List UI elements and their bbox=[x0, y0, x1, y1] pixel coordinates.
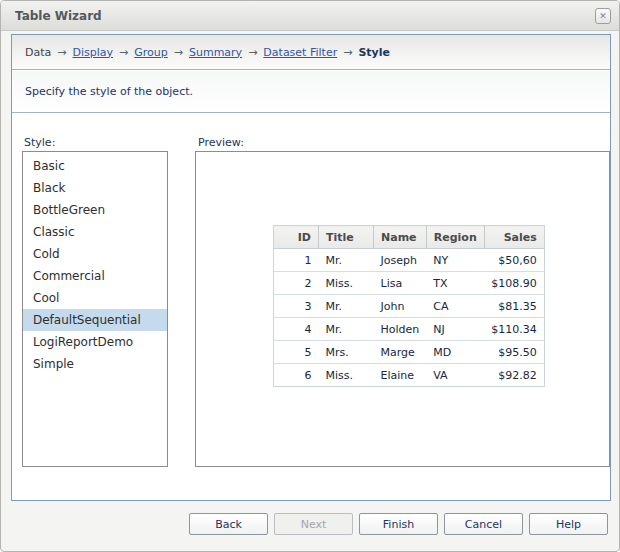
breadcrumb-step-style-current: Style bbox=[358, 46, 390, 59]
column-header-title: Title bbox=[319, 226, 374, 249]
cell-title: Mr. bbox=[319, 249, 374, 272]
style-option-simple[interactable]: Simple bbox=[23, 353, 167, 375]
cell-sales: $50,60 bbox=[484, 249, 544, 272]
window-title: Table Wizard bbox=[15, 1, 102, 31]
cell-name: Marge bbox=[374, 341, 427, 364]
cell-region: CA bbox=[426, 295, 484, 318]
preview-area: ID Title Name Region Sales 1 Mr. Joseph … bbox=[195, 151, 610, 467]
titlebar: Table Wizard ✕ bbox=[1, 1, 619, 31]
cell-sales: $108.90 bbox=[484, 272, 544, 295]
cell-name: Lisa bbox=[374, 272, 427, 295]
style-list: Basic Black BottleGreen Classic Cold Com… bbox=[22, 151, 168, 467]
table-row: 5 Mrs. Marge MD $95.50 bbox=[274, 341, 545, 364]
cell-region: VA bbox=[426, 364, 484, 387]
cell-title: Mr. bbox=[319, 318, 374, 341]
column-header-sales: Sales bbox=[484, 226, 544, 249]
arrow-separator-icon: → bbox=[119, 46, 128, 59]
table-row: 3 Mr. John CA $81.35 bbox=[274, 295, 545, 318]
column-header-id: ID bbox=[274, 226, 319, 249]
wizard-buttons: Back Next Finish Cancel Help bbox=[1, 513, 608, 535]
arrow-separator-icon: → bbox=[174, 46, 183, 59]
style-list-label: Style: bbox=[24, 136, 55, 149]
cell-id: 5 bbox=[274, 341, 319, 364]
style-option-defaultsequential-selected[interactable]: DefaultSequential bbox=[23, 309, 167, 331]
preview-table: ID Title Name Region Sales 1 Mr. Joseph … bbox=[273, 225, 545, 387]
breadcrumb-link-dataset-filter[interactable]: Dataset Filter bbox=[263, 46, 337, 59]
cell-id: 1 bbox=[274, 249, 319, 272]
style-option-cold[interactable]: Cold bbox=[23, 243, 167, 265]
cell-name: John bbox=[374, 295, 427, 318]
cell-sales: $95.50 bbox=[484, 341, 544, 364]
cell-title: Mr. bbox=[319, 295, 374, 318]
style-option-commercial[interactable]: Commercial bbox=[23, 265, 167, 287]
cell-id: 4 bbox=[274, 318, 319, 341]
next-button[interactable]: Next bbox=[274, 513, 353, 535]
style-option-black[interactable]: Black bbox=[23, 177, 167, 199]
step-description-bar: Specify the style of the object. bbox=[12, 71, 610, 113]
table-header-row: ID Title Name Region Sales bbox=[274, 226, 545, 249]
breadcrumb-link-group[interactable]: Group bbox=[134, 46, 168, 59]
cell-region: TX bbox=[426, 272, 484, 295]
breadcrumb-step-data: Data bbox=[25, 46, 51, 59]
cell-name: Joseph bbox=[374, 249, 427, 272]
cell-title: Miss. bbox=[319, 364, 374, 387]
back-button[interactable]: Back bbox=[189, 513, 268, 535]
table-row: 2 Miss. Lisa TX $108.90 bbox=[274, 272, 545, 295]
cell-title: Mrs. bbox=[319, 341, 374, 364]
table-wizard-dialog: Table Wizard ✕ Data → Display → Group → … bbox=[0, 0, 620, 552]
preview-label: Preview: bbox=[198, 136, 244, 149]
cell-title: Miss. bbox=[319, 272, 374, 295]
breadcrumb-link-summary[interactable]: Summary bbox=[189, 46, 242, 59]
cell-region: NY bbox=[426, 249, 484, 272]
close-icon[interactable]: ✕ bbox=[595, 8, 611, 24]
table-row: 1 Mr. Joseph NY $50,60 bbox=[274, 249, 545, 272]
style-option-basic[interactable]: Basic bbox=[23, 155, 167, 177]
cell-sales: $110.34 bbox=[484, 318, 544, 341]
cell-sales: $92.82 bbox=[484, 364, 544, 387]
cell-id: 3 bbox=[274, 295, 319, 318]
cell-id: 2 bbox=[274, 272, 319, 295]
table-row: 4 Mr. Holden NJ $110.34 bbox=[274, 318, 545, 341]
column-header-name: Name bbox=[374, 226, 427, 249]
cell-region: MD bbox=[426, 341, 484, 364]
wizard-content-panel: Data → Display → Group → Summary → Datas… bbox=[11, 34, 611, 501]
style-option-cool[interactable]: Cool bbox=[23, 287, 167, 309]
finish-button[interactable]: Finish bbox=[359, 513, 438, 535]
cancel-button[interactable]: Cancel bbox=[444, 513, 523, 535]
cell-region: NJ bbox=[426, 318, 484, 341]
cell-name: Elaine bbox=[374, 364, 427, 387]
breadcrumb-link-display[interactable]: Display bbox=[72, 46, 113, 59]
style-option-logireportdemo[interactable]: LogiReportDemo bbox=[23, 331, 167, 353]
table-row: 6 Miss. Elaine VA $92.82 bbox=[274, 364, 545, 387]
cell-id: 6 bbox=[274, 364, 319, 387]
help-button[interactable]: Help bbox=[529, 513, 608, 535]
step-description: Specify the style of the object. bbox=[25, 85, 193, 98]
column-header-region: Region bbox=[426, 226, 484, 249]
arrow-separator-icon: → bbox=[343, 46, 352, 59]
style-option-classic[interactable]: Classic bbox=[23, 221, 167, 243]
breadcrumb: Data → Display → Group → Summary → Datas… bbox=[12, 35, 610, 70]
cell-name: Holden bbox=[374, 318, 427, 341]
cell-sales: $81.35 bbox=[484, 295, 544, 318]
arrow-separator-icon: → bbox=[57, 46, 66, 59]
arrow-separator-icon: → bbox=[248, 46, 257, 59]
style-option-bottlegreen[interactable]: BottleGreen bbox=[23, 199, 167, 221]
